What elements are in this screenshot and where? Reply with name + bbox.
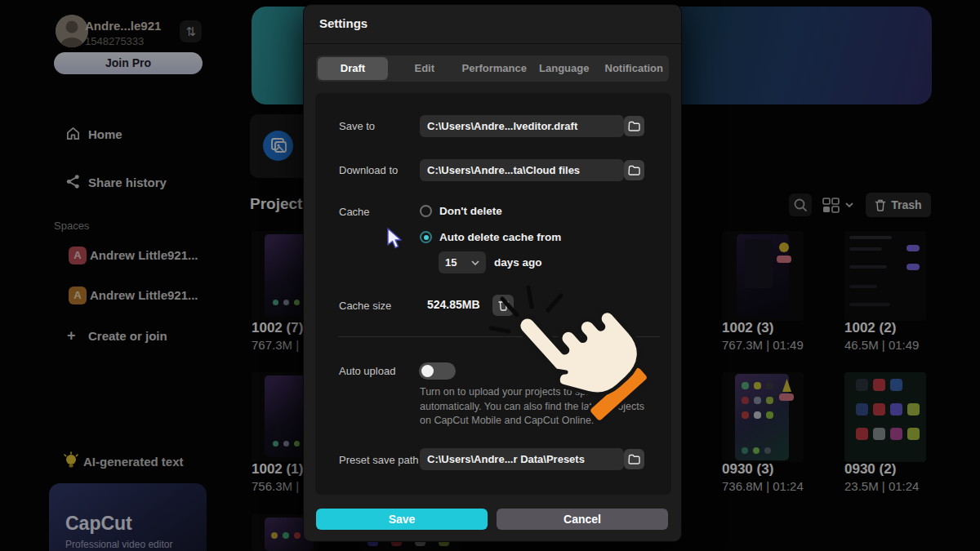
search-icon [789,193,812,216]
create-or-join-button[interactable]: Create or join [88,329,167,343]
cancel-button[interactable]: Cancel [497,509,668,530]
ai-generated-text-label[interactable]: AI-generated text [83,455,184,469]
grid-view-icon [823,198,839,212]
chevron-down-icon [846,203,853,207]
preset-save-path-label: Preset save path [339,454,419,466]
radio-auto-delete-label[interactable]: Auto delete cache from [439,231,561,243]
sidebar-item-space-2[interactable]: Andrew Little921... [90,288,198,302]
space-badge: A [69,247,87,264]
radio-auto-delete[interactable] [420,231,432,243]
radio-dont-delete[interactable] [420,205,432,217]
preset-browse-button[interactable] [624,449,644,469]
settings-tabbar: Draft Edit Performance Language Notifica… [316,56,669,82]
project-meta: 767.3M | 01:49 [722,338,804,352]
project-title[interactable]: 0930 (3) [722,461,773,478]
user-id: 1548275333 [85,35,144,47]
days-ago-label: days ago [494,256,542,269]
brand-tagline: Professional video editor [65,539,172,550]
search-button[interactable] [789,193,812,216]
project-thumbnail[interactable] [844,231,926,321]
days-dropdown-value: 15 [445,256,457,269]
save-to-browse-button[interactable] [624,116,644,136]
download-to-label: Download to [339,164,398,176]
trash-button[interactable]: Trash [866,193,931,217]
folder-icon [628,165,640,176]
trash-icon [498,300,509,311]
auto-upload-description: Turn on to upload your projects to space… [420,385,648,429]
person-icon [56,15,88,47]
settings-draft-panel: Save to C:\Users\Andre...lveditor.draft … [315,93,671,495]
divider [338,336,660,337]
auto-upload-label: Auto upload [339,365,395,377]
plus-icon: + [67,327,76,344]
settings-dialog: Settings Draft Edit Performance Language… [303,4,682,542]
avatar[interactable] [56,15,88,47]
brand-name: CapCut [65,513,132,535]
tab-draft[interactable]: Draft [318,57,388,80]
gallery-icon [263,131,293,161]
project-thumbnail[interactable] [722,372,804,462]
save-to-path-field[interactable]: C:\Users\Andre...lveditor.draft [420,115,624,137]
cache-size-label: Cache size [339,300,391,312]
folder-icon [628,121,640,131]
project-meta: 767.3M | [252,338,299,352]
project-meta: 756.3M | [252,479,299,493]
capcut-brand-card: CapCut Professional video editor [49,483,207,551]
sidebar-item-share-history[interactable] [65,174,81,193]
auto-upload-toggle[interactable] [419,362,456,380]
dialog-title: Settings [319,16,368,30]
cache-label: Cache [339,206,370,218]
sidebar-item-share-history-label[interactable]: Share history [88,176,167,189]
folder-icon [628,454,640,464]
project-title[interactable]: 1002 (7) [252,320,303,336]
project-title[interactable]: 1002 (1) [252,461,303,478]
tab-notification[interactable]: Notification [599,56,670,82]
clear-cache-button[interactable] [492,295,514,316]
home-icon [65,126,81,141]
project-meta: 46.5M | 01:49 [844,338,919,352]
radio-dont-delete-label[interactable]: Don't delete [439,205,502,217]
tab-language[interactable]: Language [529,56,599,82]
days-dropdown[interactable]: 15 [439,251,486,273]
trash-icon [875,199,886,211]
project-title[interactable]: 1002 (2) [844,320,896,336]
sidebar-item-home-label[interactable]: Home [88,127,122,141]
user-name: Andre...le921 [85,19,161,33]
project-thumbnail[interactable] [844,372,926,462]
lightbulb-icon [62,451,80,474]
project-meta: 736.8M | 01:24 [722,479,804,493]
capcut-app-window: Andre...le921 1548275333 ⇅ Join Pro Home… [0,0,980,551]
space-badge: A [69,287,87,304]
sidebar-item-space-1[interactable]: Andrew Little921... [90,248,198,262]
save-to-label: Save to [339,120,375,132]
project-thumbnail[interactable] [722,231,804,321]
trash-button-label: Trash [891,198,921,211]
chevron-down-icon [471,260,479,265]
sidebar-item-home[interactable] [65,126,81,144]
tab-performance[interactable]: Performance [460,56,530,82]
save-button[interactable]: Save [316,509,488,530]
view-mode-button[interactable] [822,197,854,218]
divider [304,43,681,44]
tab-edit[interactable]: Edit [390,56,460,82]
switch-accounts-icon[interactable]: ⇅ [180,20,202,42]
download-to-path-field[interactable]: C:\Users\Andre...ta\Cloud files [420,159,624,181]
download-to-browse-button[interactable] [624,160,644,180]
share-icon [65,174,81,189]
page-title: Projects [250,195,311,213]
join-pro-button[interactable]: Join Pro [54,52,203,74]
spaces-section-label: Spaces [54,220,89,232]
cache-size-value: 524.85MB [427,298,480,311]
project-meta: 23.5M | 01:24 [844,479,919,493]
project-title[interactable]: 1002 (3) [722,320,773,336]
preset-save-path-field[interactable]: C:\Users\Andre...r Data\Presets [420,448,624,470]
project-title[interactable]: 0930 (2) [844,461,896,478]
